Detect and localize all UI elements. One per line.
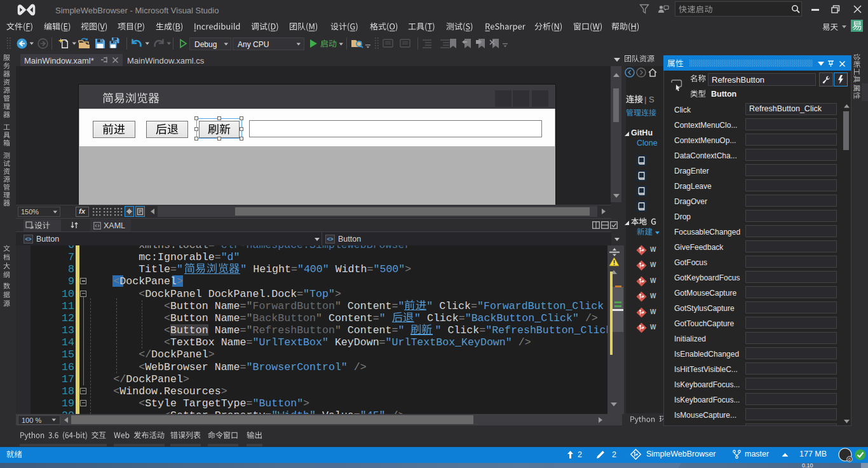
svg-text:0: 0 bbox=[848, 457, 851, 462]
